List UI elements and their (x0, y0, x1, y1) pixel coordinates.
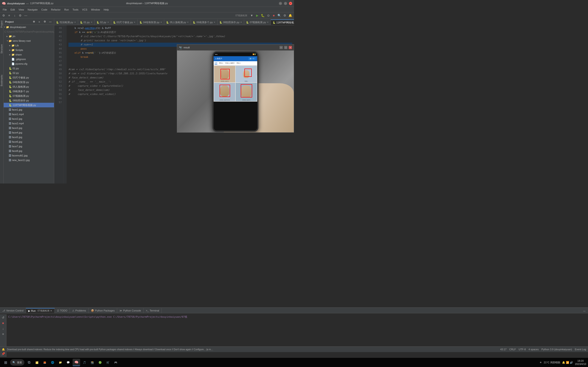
sidebar-project-tab[interactable]: Project (0, 20, 3, 29)
tree-item-25[interactable]: 🖼face6.jpg (4, 140, 54, 144)
tree-item-17[interactable]: 🐍11RTMP网络视频.py (4, 103, 54, 107)
tree-item-24[interactable]: 🖼face5.jpg (4, 135, 54, 140)
menu-run[interactable]: Run (62, 8, 71, 11)
tree-item-2[interactable]: ▶📁jm (4, 34, 54, 39)
result-minimize-btn[interactable]: ─ (279, 46, 283, 49)
editor-tab-2[interactable]: 🐍02.py✕ (95, 19, 111, 25)
settings-button[interactable]: ⚙ (283, 13, 287, 18)
tab-close-7[interactable]: ✕ (240, 21, 242, 23)
result-icon: 📷 (179, 46, 182, 49)
tab-close-4[interactable]: ✕ (160, 21, 162, 23)
tree-item-3[interactable]: ▼📂venv library root (4, 39, 54, 43)
result-maximize-btn[interactable]: □ (284, 46, 287, 49)
tree-item-28[interactable]: 🖼facemulti1.jpg (4, 153, 54, 158)
toolbar-btn-1[interactable]: ≡ (7, 13, 11, 18)
tree-item-27[interactable]: 🖼face8.jpg (4, 149, 54, 153)
sidebar-bookmarks-tab[interactable]: Bookmarks (0, 74, 3, 87)
editor-tab-3[interactable]: 🐍03尺寸修改.py✕ (111, 19, 138, 25)
project-label: douyinkaiyuan (7, 2, 25, 5)
tree-item-15[interactable]: 🐍07视频检测.py (4, 94, 54, 98)
result-title: result (183, 46, 278, 49)
menu-code[interactable]: Code (40, 8, 49, 11)
debug-button[interactable]: 🐛 (260, 13, 265, 18)
menu-tools[interactable]: Tools (71, 8, 80, 11)
filetree-header: Project ⊕ ≡ ⚙ — (4, 19, 54, 25)
tree-item-22[interactable]: 🖼face3.jpg (4, 126, 54, 130)
menu-file[interactable]: File (1, 8, 9, 11)
run-config-label: 07视频检测 (234, 14, 249, 17)
code-editor[interactable]: 39404142434445464748495051525354555657 k… (54, 25, 294, 184)
tree-item-10[interactable]: 🐍02.py (4, 71, 54, 75)
tree-item-7[interactable]: 📄.gitignore (4, 57, 54, 61)
result-close-btn[interactable]: ✕ (289, 46, 292, 49)
titlebar: 🧠 douyinkaiyuan — 11RTMP网络视频.py douyinka… (0, 0, 294, 7)
menu-view[interactable]: View (17, 8, 26, 11)
editor-tab-4[interactable]: 🐍04绘制矩形.py✕ (138, 19, 164, 25)
editor-tab-8[interactable]: 🐍07视频检测.py✕ (244, 19, 271, 25)
tree-item-20[interactable]: 🖼face2.jpg (4, 117, 54, 121)
tree-item-12[interactable]: 🐍04绘制矩形.py (4, 80, 54, 84)
editor-tab-7[interactable]: 🐍08拍照保存.py✕ (217, 19, 244, 25)
tab-close-0[interactable]: ✕ (74, 21, 76, 23)
tree-item-21[interactable]: 🖼face2.mp4 (4, 121, 54, 126)
run-config-dropdown[interactable]: ▼ (250, 13, 254, 18)
filetree-close-btn[interactable]: — (48, 19, 52, 24)
tab-close-1[interactable]: ✕ (91, 21, 93, 23)
editor-tab-9[interactable]: 🐍11RTMP网络视频.py✕ (271, 19, 294, 25)
tab-icon-6: 🐍 (193, 21, 195, 24)
tab-label-9: 11RTMP网络视频.py (276, 21, 294, 24)
menu-window[interactable]: Window (89, 8, 102, 11)
editor-tab-5[interactable]: 🐍05人脸检测.py✕ (164, 19, 191, 25)
tree-item-26[interactable]: 🖼face7.jpg (4, 144, 54, 149)
close-button[interactable]: ✕ (289, 2, 292, 5)
tab-close-6[interactable]: ✕ (214, 21, 216, 23)
tree-item-11[interactable]: 🐍03尺寸修改.py (4, 75, 54, 80)
run-button[interactable]: ▶ (255, 13, 259, 18)
filetree-content[interactable]: ▼📁douyinkaiyuanC:\Users\78758\PycharmPro… (4, 25, 54, 184)
tree-item-14[interactable]: 🐍06检测多个.py (4, 89, 54, 94)
coverage-button[interactable]: ⊙ (266, 13, 271, 18)
filetree-locate-btn[interactable]: ⊕ (32, 19, 36, 24)
tab-close-3[interactable]: ✕ (134, 21, 136, 23)
stop-button[interactable]: ■ (271, 13, 276, 18)
search-everywhere-button[interactable]: 🔍 (277, 13, 282, 18)
tree-item-6[interactable]: ▶📁share (4, 52, 54, 57)
settings-toolbar-icon[interactable]: ⚙ (1, 13, 6, 18)
tab-close-5[interactable]: ✕ (187, 21, 189, 23)
maximize-button[interactable]: □ (284, 2, 287, 5)
tree-item-0[interactable]: ▼📁douyinkaiyuan (4, 25, 54, 29)
tab-icon-9: 🐍 (273, 21, 275, 24)
tree-item-13[interactable]: 🐍05人脸检测.py (4, 84, 54, 89)
tree-item-8[interactable]: 📄pyvenv.cfg (4, 61, 54, 66)
app-icon: 🧠 (2, 2, 6, 5)
menu-navigate[interactable]: Navigate (26, 8, 39, 11)
toolbar-btn-4[interactable]: — (23, 13, 28, 18)
tree-item-5[interactable]: ▶📁Scripts (4, 48, 54, 52)
editor-tab-6[interactable]: 🐍06检测多个.py✕ (191, 19, 217, 25)
editor-tab-0[interactable]: 🐍性别检测.py✕ (54, 19, 78, 25)
tab-close-2[interactable]: ✕ (107, 21, 109, 23)
notifications-button[interactable]: 🔔 (288, 13, 293, 18)
toolbar-btn-3[interactable]: ⚙ (18, 13, 23, 18)
tree-item-19[interactable]: 🖼face1.mp4 (4, 112, 54, 117)
tab-label-2: 02.py (100, 21, 106, 24)
toolbar-btn-2[interactable]: ↕ (12, 13, 17, 18)
tree-item-1[interactable]: C:\Users\78758\PycharmProjects\douyinkai… (4, 29, 54, 34)
tree-item-9[interactable]: 🐍01.py (4, 66, 54, 71)
sidebar-structure-tab[interactable]: Structure (0, 43, 3, 55)
menu-edit[interactable]: Edit (9, 8, 17, 11)
menu-help[interactable]: Help (102, 8, 111, 11)
filetree-expand-btn[interactable]: ≡ (37, 19, 42, 24)
tree-item-16[interactable]: 🐍08拍照保存.py (4, 98, 54, 103)
tab-close-8[interactable]: ✕ (267, 21, 269, 23)
tree-item-18[interactable]: 🖼face1.jpg (4, 107, 54, 112)
menu-vcs[interactable]: VCS (80, 8, 89, 11)
result-window[interactable]: 📷 result ─ □ ✕ ●●●📶� (177, 44, 294, 133)
minimize-button[interactable]: ─ (279, 2, 282, 5)
editor-tab-1[interactable]: 🐍01.py✕ (78, 19, 95, 25)
tree-item-29[interactable]: 🖼new_face11.jpg (4, 158, 54, 162)
filetree-settings-btn[interactable]: ⚙ (43, 19, 47, 24)
tree-item-23[interactable]: 🖼face4.jpg (4, 130, 54, 135)
tree-item-4[interactable]: ▶📁Lib (4, 43, 54, 48)
menu-refactor[interactable]: Refactor (49, 8, 62, 11)
